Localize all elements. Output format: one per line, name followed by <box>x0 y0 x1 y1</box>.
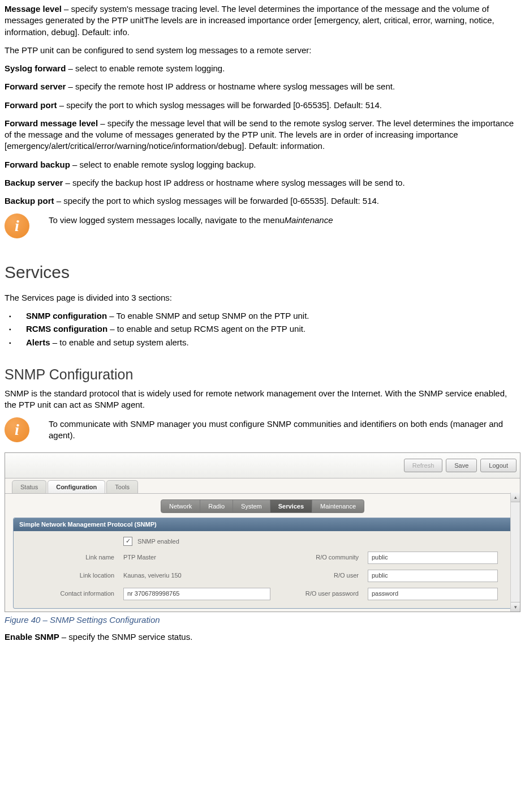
scroll-up-icon[interactable]: ▴ <box>511 493 520 502</box>
info-icon: i <box>5 417 29 442</box>
subtab-maintenance[interactable]: Maintenance <box>312 499 364 513</box>
para-forward-server: Forward server – specify the remote host… <box>5 81 520 92</box>
label-enable-snmp: Enable SNMP <box>5 632 59 642</box>
text-forward-backup: – select to enable remote syslog logging… <box>70 160 256 169</box>
label-forward-server: Forward server <box>5 82 66 91</box>
label-backup-port: Backup port <box>5 196 54 206</box>
text-backup-server: – specify the backup host IP address or … <box>63 178 404 187</box>
para-message-level: Message level – specify system's message… <box>5 3 520 38</box>
snmp-enabled-label: SNMP enabled <box>137 537 179 544</box>
scroll-down-icon[interactable]: ▾ <box>511 602 520 612</box>
para-backup-port: Backup port – specify the port to which … <box>5 195 520 207</box>
value-link-location: Kaunas, veiveriu 150 <box>123 571 270 580</box>
services-list: SNMP configuration – To enable SNMP and … <box>5 310 520 348</box>
bullet-text-snmp: – To enable SNMP and setup SNMP on the P… <box>107 311 309 320</box>
refresh-button[interactable]: Refresh <box>404 459 443 472</box>
bullet-label-snmp: SNMP configuration <box>26 311 107 320</box>
input-contact-info[interactable]: nr 3706789998765 <box>123 588 270 600</box>
services-intro: The Services page is divided into 3 sect… <box>5 292 520 304</box>
para-enable-snmp: Enable SNMP – specify the SNMP service s… <box>5 631 520 643</box>
label-backup-server: Backup server <box>5 178 63 187</box>
text-backup-port: – specify the port to which syslog messa… <box>54 196 379 206</box>
form-grid: ✓ SNMP enabled Link name PTP Master R/O … <box>24 537 501 600</box>
label-ro-user-password: R/O user password <box>279 589 359 598</box>
label-forward-msg-level: Forward message level <box>5 118 98 128</box>
bullet-text-rcms: – to enable and setup RCMS agent on the … <box>107 324 305 334</box>
info-pre: To view logged system messages locally, … <box>49 215 285 225</box>
tab-tools[interactable]: Tools <box>106 480 138 493</box>
sub-tabs: Network Radio System Services Maintenanc… <box>5 494 520 518</box>
para-forward-port: Forward port – specify the port to which… <box>5 100 520 111</box>
info-icon: i <box>5 213 29 238</box>
tab-status[interactable]: Status <box>12 480 46 493</box>
label-syslog-forward: Syslog forward <box>5 63 66 73</box>
snmp-enabled-row: ✓ SNMP enabled <box>123 537 270 546</box>
info-block-snmp: i To communicate with SNMP manager you m… <box>5 417 520 442</box>
label-forward-port: Forward port <box>5 100 57 110</box>
info-text-snmp: To communicate with SNMP manager you mus… <box>49 417 520 442</box>
info-text-maintenance: To view logged system messages locally, … <box>49 213 520 226</box>
text-forward-server: – specify the remote host IP address or … <box>66 82 395 91</box>
text-message-level: – specify system's message tracing level… <box>5 4 494 37</box>
snmp-enabled-checkbox[interactable]: ✓ <box>123 537 132 546</box>
para-backup-server: Backup server – specify the backup host … <box>5 177 520 189</box>
input-ro-user[interactable]: public <box>368 570 498 582</box>
label-link-name: Link name <box>24 553 114 562</box>
label-link-location: Link location <box>24 571 114 580</box>
label-message-level: Message level <box>5 4 62 14</box>
main-tabs: Status Configuration Tools <box>5 478 520 494</box>
value-link-name: PTP Master <box>123 553 270 562</box>
list-item: SNMP configuration – To enable SNMP and … <box>5 310 520 322</box>
info-italic: Maintenance <box>285 215 333 225</box>
label-contact-info: Contact information <box>24 589 114 598</box>
scrollbar[interactable]: ▴ ▾ <box>510 493 520 612</box>
figure-caption: Figure 40 – SNMP Settings Configuration <box>5 614 520 626</box>
para-forward-msg-level: Forward message level – specify the mess… <box>5 118 520 152</box>
subtab-radio[interactable]: Radio <box>200 499 233 513</box>
label-ro-community: R/O community <box>279 553 359 562</box>
heading-services: Services <box>5 261 520 284</box>
subtab-services[interactable]: Services <box>270 499 312 513</box>
panel-body: ✓ SNMP enabled Link name PTP Master R/O … <box>14 531 511 608</box>
text-forward-port: – specify the port to which syslog messa… <box>57 100 382 110</box>
bullet-label-rcms: RCMS configuration <box>26 324 107 334</box>
tab-configuration[interactable]: Configuration <box>48 480 105 493</box>
snmp-screenshot: Refresh Save Logout Status Configuration… <box>5 452 520 612</box>
snmp-panel: Simple Network Management Protocol (SNMP… <box>13 518 512 609</box>
label-ro-user: R/O user <box>279 571 359 580</box>
subtab-network[interactable]: Network <box>161 499 200 513</box>
toolbar: Refresh Save Logout <box>5 453 520 478</box>
para-intro-remote: The PTP unit can be configured to send s… <box>5 45 520 56</box>
bullet-text-alerts: – to enable and setup system alerts. <box>50 337 189 347</box>
input-ro-community[interactable]: public <box>368 552 498 564</box>
subtab-system[interactable]: System <box>233 499 270 513</box>
para-forward-backup: Forward backup – select to enable remote… <box>5 159 520 170</box>
info-block-maintenance: i To view logged system messages locally… <box>5 213 520 238</box>
list-item: Alerts – to enable and setup system aler… <box>5 337 520 348</box>
para-syslog-forward: Syslog forward – select to enable remote… <box>5 63 520 74</box>
text-enable-snmp: – specify the SNMP service status. <box>59 632 193 642</box>
snmp-intro: SNMP is the standard protocol that is wi… <box>5 388 520 411</box>
bullet-label-alerts: Alerts <box>26 337 50 347</box>
list-item: RCMS configuration – to enable and setup… <box>5 323 520 335</box>
logout-button[interactable]: Logout <box>480 459 517 472</box>
panel-title: Simple Network Management Protocol (SNMP… <box>14 518 511 531</box>
save-button[interactable]: Save <box>446 459 477 472</box>
text-syslog-forward: – select to enable remote system logging… <box>66 63 225 73</box>
label-forward-backup: Forward backup <box>5 160 70 169</box>
heading-snmp-config: SNMP Configuration <box>5 365 520 384</box>
input-ro-user-password[interactable]: password <box>368 588 498 600</box>
